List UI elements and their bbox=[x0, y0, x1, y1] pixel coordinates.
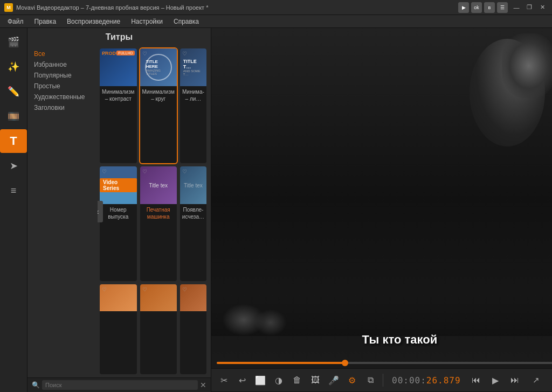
panel-body: Все Избранное Популярные Простые Художес… bbox=[27, 45, 211, 377]
menu-help[interactable]: Справка bbox=[168, 17, 204, 26]
title-item-8[interactable]: ♡ bbox=[140, 284, 177, 374]
voiceover-button[interactable]: 🎤 bbox=[326, 372, 342, 388]
youtube-icon[interactable]: ▶ bbox=[458, 2, 469, 13]
titles-grid: FULLHD PRODUCTION ♡ Минимализм – контрас… bbox=[98, 45, 211, 377]
search-input[interactable] bbox=[42, 380, 198, 390]
title-item-9[interactable]: ♡ bbox=[180, 284, 206, 374]
video-subtitle: Ты кто такой bbox=[211, 333, 552, 347]
sidebar-item-effects[interactable]: ✨ bbox=[0, 55, 27, 79]
titles-grid-wrapper: ‹ FULLHD PRODUCTION ♡ Минимализм – контр… bbox=[98, 45, 211, 377]
favorite-icon-6[interactable]: ♡ bbox=[182, 169, 187, 174]
title-item-7[interactable]: ♡ bbox=[100, 284, 137, 374]
titles-panel: Титры Все Избранное Популярные Простые Х… bbox=[27, 28, 211, 392]
vk-icon[interactable]: в bbox=[484, 2, 495, 13]
delete-button[interactable]: 🗑 bbox=[289, 372, 305, 388]
title-item-appear[interactable]: Title tex ♡ Появле- исчеза… bbox=[180, 166, 206, 281]
toolbar-separator bbox=[383, 374, 383, 387]
window-controls: — ❐ ✕ bbox=[511, 2, 548, 13]
crop-button[interactable]: ⬜ bbox=[252, 372, 268, 388]
progress-handle[interactable] bbox=[342, 360, 348, 366]
category-list: Все Избранное Популярные Простые Художес… bbox=[27, 45, 98, 377]
other-icon[interactable]: ☰ bbox=[497, 2, 508, 13]
favorite-icon-9[interactable]: ♡ bbox=[182, 286, 187, 292]
title-label-4: Номер выпуска bbox=[100, 204, 137, 223]
category-artistic[interactable]: Художественные bbox=[32, 92, 93, 102]
progress-bar[interactable] bbox=[217, 362, 552, 364]
category-headings[interactable]: Заголовки bbox=[32, 102, 93, 113]
skip-forward-button[interactable]: ⏭ bbox=[506, 372, 523, 389]
category-simple[interactable]: Простые bbox=[32, 81, 93, 92]
image-button[interactable]: 🖼 bbox=[307, 372, 323, 388]
play-button[interactable]: ▶ bbox=[487, 372, 504, 389]
menu-playback[interactable]: Воспроизведение bbox=[61, 17, 126, 26]
title-item-typewriter[interactable]: Title tex ♡ Печатная машинка bbox=[140, 166, 177, 281]
sidebar-item-titles[interactable]: T bbox=[0, 129, 27, 153]
menubar: Файл Правка Воспроизведение Настройки Сп… bbox=[0, 15, 552, 28]
category-all[interactable]: Все bbox=[32, 48, 93, 59]
favorite-icon-5[interactable]: ♡ bbox=[142, 169, 147, 174]
favorite-icon-8[interactable]: ♡ bbox=[142, 286, 147, 292]
skip-back-button[interactable]: ⏮ bbox=[467, 372, 485, 389]
progress-fill bbox=[217, 362, 345, 364]
app-logo: M bbox=[4, 3, 13, 12]
editing-toolbar: ✂ ↩ ⬜ ◑ 🗑 🖼 🎤 ⚙ ⧉ 00:00:26.879 ⏮ ▶ ⏭ ↗ ⤢… bbox=[211, 368, 552, 392]
titlebar: M Movavi Видеоредактор – 7-дневная пробн… bbox=[0, 0, 552, 15]
title-item-minimalism-circle[interactable]: TITLE HERE AMAZING TITLES ♡ Минимализм –… bbox=[140, 48, 177, 163]
cut-tool-button[interactable]: ✂ bbox=[216, 372, 232, 388]
title-item-minimalism-line[interactable]: TITLE Т… AND SOME Т… ♡ Минима- – ли… bbox=[180, 48, 206, 163]
favorite-icon-1[interactable]: ♡ bbox=[102, 51, 107, 57]
favorite-icon-2[interactable]: ♡ bbox=[142, 51, 147, 57]
search-clear-button[interactable]: ✕ bbox=[200, 381, 206, 389]
timecode-ms: 26.879 bbox=[426, 375, 461, 386]
window-title: Movavi Видеоредактор – 7-дневная пробная… bbox=[16, 4, 208, 11]
panel-title: Титры bbox=[27, 28, 211, 45]
title-label-8 bbox=[140, 311, 177, 317]
sidebar-item-more[interactable]: ≡ bbox=[0, 179, 27, 202]
menu-edit[interactable]: Правка bbox=[29, 17, 62, 26]
title-label-5: Печатная машинка bbox=[140, 204, 177, 223]
title-label-9 bbox=[180, 311, 206, 317]
close-button[interactable]: ✕ bbox=[537, 2, 548, 13]
title-label-1: Минимализм – контраст bbox=[100, 86, 137, 106]
favorite-icon-4[interactable]: ♡ bbox=[102, 169, 107, 174]
sidebar-item-motion[interactable]: ➤ bbox=[0, 154, 27, 178]
category-popular[interactable]: Популярные bbox=[32, 70, 93, 81]
search-icon: 🔍 bbox=[32, 381, 40, 389]
sidebar-item-video[interactable]: 🎬 bbox=[0, 30, 27, 54]
minimize-button[interactable]: — bbox=[511, 2, 522, 13]
title-label-3: Минима- – ли… bbox=[180, 86, 206, 106]
odnoklassniki-icon[interactable]: ok bbox=[471, 2, 482, 13]
fullhd-badge: FULLHD bbox=[116, 51, 134, 55]
favorite-icon-3[interactable]: ♡ bbox=[182, 51, 187, 57]
undo-button[interactable]: ↩ bbox=[234, 372, 250, 388]
title-item-minimalism-contrast[interactable]: FULLHD PRODUCTION ♡ Минимализм – контрас… bbox=[100, 48, 137, 163]
title-item-episode[interactable]: Video Series ♡ Номер выпуска bbox=[100, 166, 137, 281]
sidebar-item-edit[interactable]: ✏️ bbox=[0, 80, 27, 103]
maximize-button[interactable]: ❐ bbox=[524, 2, 535, 13]
export-button[interactable]: ↗ bbox=[528, 372, 545, 389]
fullscreen-button[interactable]: ⤢ bbox=[547, 372, 552, 389]
sidebar-item-transitions[interactable]: 🎞️ bbox=[0, 104, 27, 128]
favorite-icon-7[interactable]: ♡ bbox=[102, 286, 107, 292]
main-area: 🎬 ✨ ✏️ 🎞️ T ➤ ≡ Титры Все Избранное Попу… bbox=[0, 28, 552, 392]
menu-file[interactable]: Файл bbox=[2, 17, 29, 26]
category-favorites[interactable]: Избранное bbox=[32, 59, 93, 70]
motion-button[interactable]: ⧉ bbox=[362, 372, 378, 388]
menu-settings[interactable]: Настройки bbox=[126, 17, 168, 26]
search-bar: 🔍 ✕ bbox=[27, 377, 211, 392]
clip-settings-button[interactable]: ⚙ bbox=[344, 372, 360, 388]
title-label-6: Появле- исчеза… bbox=[180, 204, 206, 223]
title-label-7 bbox=[100, 311, 137, 317]
sidebar: 🎬 ✨ ✏️ 🎞️ T ➤ ≡ bbox=[0, 28, 27, 392]
video-preview: Ты кто такой bbox=[211, 28, 552, 368]
title-label-2: Минимализм – круг bbox=[140, 86, 177, 106]
timecode-hms: 00:00: bbox=[392, 375, 426, 386]
preview-panel: Ты кто такой ✂ ↩ ⬜ ◑ 🗑 🖼 🎤 ⚙ ⧉ bbox=[211, 28, 552, 392]
social-icons: ▶ ok в ☰ bbox=[458, 2, 508, 13]
color-button[interactable]: ◑ bbox=[271, 372, 287, 388]
timecode-display: 00:00:26.879 bbox=[392, 375, 461, 386]
transport-controls: ⏮ ▶ ⏭ bbox=[467, 372, 523, 389]
scroll-left-button[interactable]: ‹ bbox=[98, 201, 103, 222]
